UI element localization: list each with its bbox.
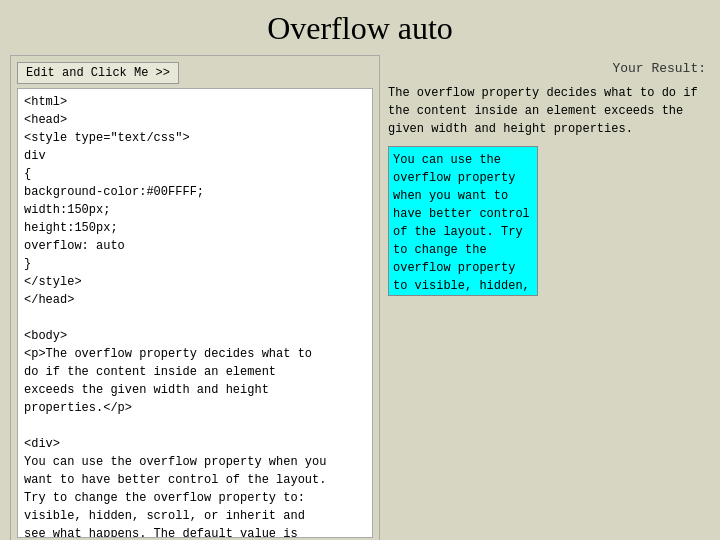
edit-click-button[interactable]: Edit and Click Me >> (17, 62, 179, 84)
right-panel: Your Result: The overflow property decid… (388, 55, 710, 540)
page-title: Overflow auto (0, 0, 720, 55)
result-description: The overflow property decides what to do… (388, 80, 710, 146)
code-editor[interactable] (17, 88, 373, 538)
left-panel: Edit and Click Me >> (10, 55, 380, 540)
bottom-right-area (388, 296, 710, 540)
your-result-label: Your Result: (388, 55, 710, 80)
main-container: Edit and Click Me >> Your Result: The ov… (10, 55, 710, 540)
overflow-demo-box[interactable]: You can use the overflow property when y… (388, 146, 538, 296)
